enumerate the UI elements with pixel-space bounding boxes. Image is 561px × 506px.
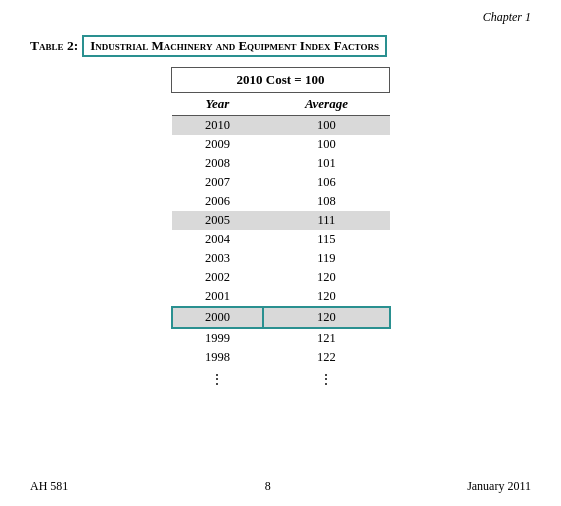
cell-average: 122 [263, 348, 389, 367]
page-footer: AH 581 8 January 2011 [30, 479, 531, 494]
cell-average: 100 [263, 135, 389, 154]
cell-year: 2009 [172, 135, 264, 154]
column-header-row: Year Average [172, 93, 390, 116]
cell-average: 120 [263, 268, 389, 287]
cell-year: 2010 [172, 116, 264, 136]
dots-avg: ⋮ [263, 367, 389, 392]
cell-year: 2001 [172, 287, 264, 307]
cell-average: 100 [263, 116, 389, 136]
page: Chapter 1 Table 2: Industrial Machinery … [0, 0, 561, 506]
table-row: 2000120 [172, 307, 390, 328]
table-row: 2009100 [172, 135, 390, 154]
table-row: 1999121 [172, 328, 390, 348]
cell-year: 2004 [172, 230, 264, 249]
cell-year: 1998 [172, 348, 264, 367]
table-row: 2008101 [172, 154, 390, 173]
table-row: 1998122 [172, 348, 390, 367]
cell-average: 115 [263, 230, 389, 249]
cell-year: 2008 [172, 154, 264, 173]
cell-year: 2003 [172, 249, 264, 268]
cell-average: 106 [263, 173, 389, 192]
col-year-header: Year [172, 93, 264, 116]
table-row: 2006108 [172, 192, 390, 211]
chapter-header: Chapter 1 [30, 10, 531, 25]
footer-right: January 2011 [467, 479, 531, 494]
cell-year: 1999 [172, 328, 264, 348]
table-row: 2004115 [172, 230, 390, 249]
cell-average: 121 [263, 328, 389, 348]
table-row: 2003119 [172, 249, 390, 268]
col-average-header: Average [263, 93, 389, 116]
table-row: 2002120 [172, 268, 390, 287]
cell-year: 2000 [172, 307, 264, 328]
cell-year: 2002 [172, 268, 264, 287]
cell-average: 108 [263, 192, 389, 211]
table-number: Table 2: [30, 38, 78, 54]
table-body: 2010100200910020081012007106200610820051… [172, 116, 390, 368]
footer-center: 8 [265, 479, 271, 494]
dots-year: ⋮ [172, 367, 264, 392]
data-table: 2010 Cost = 100 Year Average 20101002009… [171, 67, 391, 392]
cell-average: 120 [263, 287, 389, 307]
cell-average: 111 [263, 211, 389, 230]
dots-row: ⋮ ⋮ [172, 367, 390, 392]
table-title-container: Table 2: Industrial Machinery and Equipm… [30, 35, 531, 57]
table-container: 2010 Cost = 100 Year Average 20101002009… [30, 67, 531, 392]
cell-year: 2005 [172, 211, 264, 230]
cell-average: 119 [263, 249, 389, 268]
table-subtitle: 2010 Cost = 100 [172, 68, 390, 93]
table-row: 2001120 [172, 287, 390, 307]
chapter-text: Chapter 1 [483, 10, 531, 24]
cell-year: 2006 [172, 192, 264, 211]
table-title-box: Industrial Machinery and Equipment Index… [82, 35, 387, 57]
cell-average: 120 [263, 307, 389, 328]
table-row: 2010100 [172, 116, 390, 136]
cell-year: 2007 [172, 173, 264, 192]
table-row: 2007106 [172, 173, 390, 192]
table-title-text: Industrial Machinery and Equipment Index… [90, 38, 379, 53]
table-row: 2005111 [172, 211, 390, 230]
table-subtitle-row: 2010 Cost = 100 [172, 68, 390, 93]
cell-average: 101 [263, 154, 389, 173]
footer-left: AH 581 [30, 479, 68, 494]
